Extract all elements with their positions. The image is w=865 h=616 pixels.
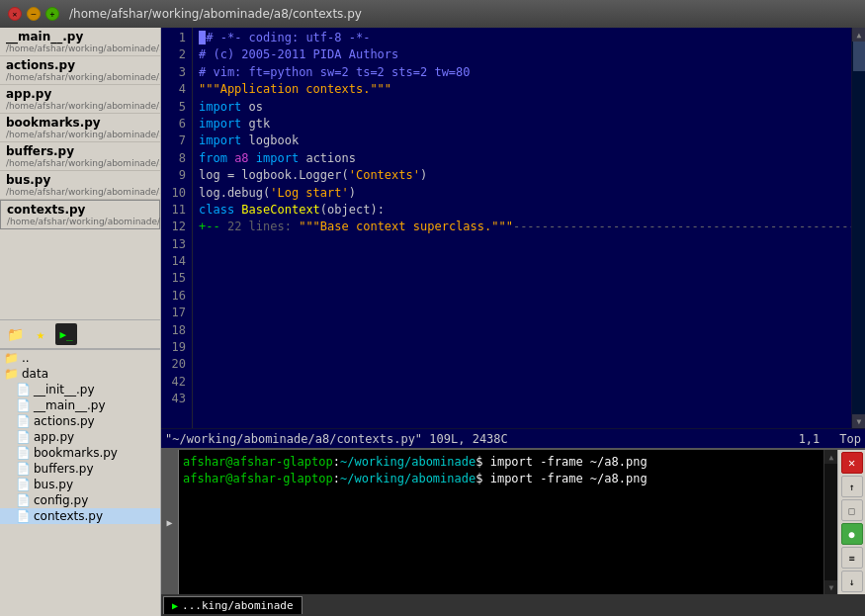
terminal-scrollbar[interactable]: ▲ ▼ (823, 450, 837, 594)
line-number: 20 (165, 356, 186, 373)
code-line: import gtk (199, 116, 845, 132)
line-number: 43 (165, 391, 186, 407)
tree-item[interactable]: 📄__init__.py (0, 382, 160, 397)
sidebar-filepath: /home/afshar/working/abominade/a8 (6, 158, 154, 168)
term-prompt: afshar@afshar-glaptop (183, 472, 333, 485)
terminal-btn-1[interactable]: ↑ (841, 476, 863, 497)
sidebar-filename: contexts.py (7, 203, 153, 217)
terminal-close-button[interactable]: ✕ (841, 452, 863, 474)
code-line: log.debug('Log start') (199, 185, 845, 202)
terminal-btn-3[interactable]: ● (841, 523, 863, 545)
window-buttons[interactable]: ✕ – + (8, 7, 59, 21)
sidebar-file-item[interactable]: __main__.py/home/afshar/working/abominad… (0, 28, 160, 56)
scroll-thumb[interactable] (853, 42, 865, 71)
line-number: 19 (165, 339, 186, 356)
terminal-content: ▶ afshar@afshar-glaptop:~/working/abomin… (161, 450, 865, 594)
tree-item[interactable]: 📄config.py (0, 492, 160, 508)
right-panels: 12345678910111213141516171819204243 # -*… (161, 28, 865, 616)
line-number: 6 (165, 116, 186, 132)
sidebar-file-item[interactable]: bus.py/home/afshar/working/abominade/a8 (0, 171, 160, 200)
tree-item[interactable]: 📄bus.py (0, 477, 160, 492)
scroll-down-button[interactable]: ▼ (852, 414, 865, 428)
line-number: 42 (165, 374, 186, 391)
scroll-track[interactable] (852, 42, 865, 414)
tree-item[interactable]: 📄contexts.py (0, 508, 160, 524)
folder-icon: 📁 (4, 367, 19, 381)
sidebar-file-item[interactable]: buffers.py/home/afshar/working/abominade… (0, 142, 160, 171)
terminal-left-icon[interactable]: ▶ (161, 450, 179, 594)
code-line: log = logbook.Logger('Contexts') (199, 167, 845, 184)
file-icon: 📄 (16, 509, 31, 523)
sidebar-file-item[interactable]: contexts.py/home/afshar/working/abominad… (0, 200, 160, 229)
terminal-right-toolbar: ✕ ↑ □ ● ≡ ↓ (837, 450, 865, 594)
terminal-btn-5[interactable]: ↓ (841, 571, 863, 592)
terminal-btn-2[interactable]: □ (841, 499, 863, 521)
tree-item-label: actions.py (34, 414, 95, 428)
code-line: class BaseContext(object): (199, 202, 845, 219)
terminal-tabbar: ▶ ...king/abominade (161, 594, 865, 616)
file-icon: 📄 (16, 478, 31, 491)
sidebar-filename: bookmarks.py (6, 116, 154, 130)
minimize-button[interactable]: – (27, 7, 41, 21)
sidebar-file-item[interactable]: bookmarks.py/home/afshar/working/abomina… (0, 114, 160, 142)
file-icon: 📄 (16, 493, 31, 507)
close-button[interactable]: ✕ (8, 7, 22, 21)
file-icon: 📄 (16, 446, 31, 460)
term-scroll-up[interactable]: ▲ (824, 450, 838, 464)
code-line: +-- 22 lines: """Base context superclass… (199, 219, 845, 235)
editor-scrollbar[interactable]: ▲ ▼ (851, 28, 865, 428)
sidebar-file-item[interactable]: app.py/home/afshar/working/abominade/a8 (0, 85, 160, 114)
status-bar: "~/working/abominade/a8/contexts.py" 109… (161, 428, 865, 448)
sidebar-file-item[interactable]: actions.py/home/afshar/working/abominade… (0, 56, 160, 85)
editor-content: 12345678910111213141516171819204243 # -*… (161, 28, 851, 428)
term-prompt: afshar@afshar-glaptop (183, 455, 333, 469)
file-icon: 📄 (16, 383, 31, 396)
sidebar-filepath: /home/afshar/working/abominade/a8 (6, 130, 154, 139)
tree-item-label: buffers.py (34, 462, 94, 476)
tree-item[interactable]: 📄buffers.py (0, 461, 160, 477)
term-scroll-down[interactable]: ▼ (824, 580, 838, 594)
tree-item[interactable]: 📄app.py (0, 429, 160, 445)
term-cmd: import -frame ~/a8.png (482, 455, 647, 469)
tree-item-label: config.py (34, 493, 88, 507)
maximize-button[interactable]: + (45, 7, 59, 21)
line-number: 2 (165, 46, 186, 63)
term-path: ~/working/abominade (340, 472, 476, 485)
tree-item[interactable]: 📄__main__.py (0, 397, 160, 413)
tree-item[interactable]: 📄bookmarks.py (0, 445, 160, 461)
folder-icon: 📁 (4, 351, 19, 365)
terminal-icon[interactable]: ▶_ (55, 323, 77, 345)
status-top: Top (839, 432, 861, 446)
code-area[interactable]: # -*- coding: utf-8 -*-# (c) 2005-2011 P… (193, 28, 851, 428)
terminal-tab-active[interactable]: ▶ ...king/abominade (163, 596, 303, 614)
line-number: 15 (165, 270, 186, 287)
terminal-arrow-icon: ▶ (166, 517, 172, 528)
file-icon: 📄 (16, 398, 31, 412)
line-number: 8 (165, 150, 186, 167)
tree-item[interactable]: 📄actions.py (0, 413, 160, 429)
code-line: # vim: ft=python sw=2 ts=2 sts=2 tw=80 (199, 64, 845, 81)
sidebar-filename: actions.py (6, 58, 154, 72)
terminal-main[interactable]: afshar@afshar-glaptop:~/working/abominad… (179, 450, 823, 594)
terminal-btn-4[interactable]: ≡ (841, 547, 863, 569)
tree-item-label: contexts.py (34, 509, 103, 523)
editor-section: 12345678910111213141516171819204243 # -*… (161, 28, 865, 448)
scroll-up-button[interactable]: ▲ (852, 28, 865, 42)
sidebar-filepath: /home/afshar/working/abominade/a8 (6, 101, 154, 111)
tree-item[interactable]: 📁.. (0, 350, 160, 366)
line-number: 17 (165, 305, 186, 321)
line-number: 1 (165, 30, 186, 46)
tree-item-label: data (22, 367, 48, 381)
terminal-line: afshar@afshar-glaptop:~/working/abominad… (183, 454, 820, 471)
folder-icon[interactable]: 📁 (4, 323, 26, 345)
code-line: # (c) 2005-2011 PIDA Authors (199, 46, 845, 63)
tree-item[interactable]: 📁data (0, 366, 160, 382)
sidebar-filename: bus.py (6, 173, 154, 187)
bookmark-icon[interactable]: ★ (30, 323, 51, 345)
term-scroll-track[interactable] (824, 464, 837, 580)
terminal-tab-icon: ▶ (172, 600, 178, 611)
sidebar-filename: __main__.py (6, 30, 154, 44)
tree-item-label: __init__.py (34, 383, 95, 396)
term-cmd: import -frame ~/a8.png (482, 472, 647, 485)
sidebar-filename: app.py (6, 87, 154, 101)
